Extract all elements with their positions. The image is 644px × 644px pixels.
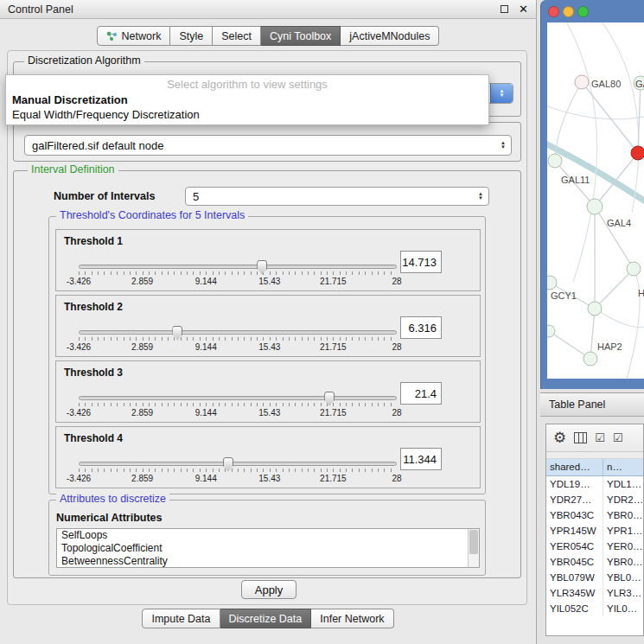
mac-zoom-icon[interactable] (577, 6, 589, 17)
network-edge[interactable] (564, 22, 597, 282)
network-node[interactable] (547, 276, 557, 290)
threshold-slider[interactable]: -3.426 2.859 9.144 15.43 21.715 28 (79, 330, 397, 353)
select-all-icon[interactable]: ☑ (595, 432, 605, 443)
table-cell[interactable]: YER054C (546, 539, 603, 554)
table-cell[interactable]: YPR1… (603, 523, 643, 539)
table-cell[interactable]: YBR0… (603, 554, 643, 570)
network-node-label: H (638, 288, 644, 298)
table-cell[interactable]: YPR145W (546, 523, 603, 539)
table-cell[interactable]: YDR27… (546, 492, 603, 507)
slider-track[interactable] (79, 462, 397, 466)
table-cell[interactable]: YDR2… (603, 492, 643, 507)
table-cell[interactable]: YBL079W (546, 570, 603, 585)
tab-discretize-data[interactable]: Discretize Data (220, 609, 312, 628)
tab-jactivemnodules[interactable]: jActiveMNodules (341, 26, 439, 46)
combo-stepper-icon[interactable]: ▲▼ (490, 84, 513, 103)
tab-cyni-toolbox[interactable]: Cyni Toolbox (261, 26, 341, 46)
tab-select[interactable]: Select (213, 26, 261, 46)
network-node[interactable] (587, 199, 603, 214)
list-scrollbar-thumb[interactable] (469, 530, 478, 554)
tab-impute-data[interactable]: Impute Data (142, 609, 220, 628)
algorithm-group-title: Discretization Algorithm (24, 54, 144, 67)
table-cell[interactable]: YER0… (603, 539, 643, 554)
table-cell[interactable]: YBR0… (603, 507, 643, 523)
num-intervals-label: Number of Intervals (54, 190, 155, 202)
dropdown-option-equal-width[interactable]: Equal Width/Frequency Discretization (6, 107, 488, 122)
columns-icon[interactable] (574, 432, 587, 443)
table-toolbar: ⚙ ☑ ☑ (546, 424, 643, 452)
network-node-selected[interactable] (631, 146, 644, 160)
network-edge[interactable] (595, 207, 634, 269)
tab-style[interactable]: Style (170, 26, 213, 46)
network-node-label: GAL4 (607, 218, 631, 228)
dropdown-option-manual[interactable]: Manual Discretization (6, 92, 488, 107)
table-cell[interactable]: YIL0… (603, 601, 643, 616)
network-edge[interactable] (595, 309, 644, 328)
combo-stepper-icon[interactable]: ▲▼ (475, 192, 488, 201)
table-cell[interactable]: YBR045C (546, 554, 603, 570)
select-none-icon[interactable]: ☑ (613, 432, 623, 443)
network-edge[interactable] (595, 153, 638, 207)
threshold-value-field[interactable]: 11.344 (400, 448, 442, 470)
tab-network[interactable]: Network (97, 26, 171, 46)
attribute-list-item[interactable]: BetweennessCentrality (57, 555, 479, 568)
table-panel-titlebar[interactable]: Table Panel (540, 392, 644, 417)
table-cell[interactable]: YDL1… (603, 476, 643, 492)
column-header-shared-name[interactable]: shared… (546, 459, 603, 475)
table-cell[interactable]: YIL052C (546, 601, 603, 616)
table-cell[interactable]: YLR3… (603, 585, 643, 601)
network-node[interactable] (627, 262, 641, 276)
table-data-combobox[interactable]: galFiltered.sif default node ▲▼ (24, 135, 512, 156)
apply-button[interactable]: Apply (241, 580, 296, 599)
combo-stepper-icon[interactable]: ▲▼ (497, 141, 511, 150)
network-node[interactable] (547, 325, 555, 337)
threshold-value-field[interactable]: 14.713 (400, 251, 442, 273)
num-intervals-combobox[interactable]: 5 ▲▼ (185, 187, 489, 206)
table-row[interactable]: YDR27…YDR2… (546, 492, 643, 507)
network-edge[interactable] (547, 142, 644, 204)
table-cell[interactable]: YDL19… (546, 476, 603, 492)
attribute-list-item[interactable]: SelfLoops (57, 529, 479, 542)
table-cell[interactable]: YBR043C (546, 507, 603, 523)
slider-track[interactable] (79, 396, 397, 400)
slider-track[interactable] (79, 330, 397, 335)
threshold-value-field[interactable]: 21.4 (400, 382, 442, 405)
float-window-icon[interactable] (501, 5, 508, 13)
close-icon[interactable]: ✕ (519, 3, 528, 16)
table-cell[interactable]: YLR345W (546, 585, 603, 601)
tab-infer-network[interactable]: Infer Network (311, 609, 393, 628)
network-canvas[interactable]: GAL80GAGAL11GAL4GCY1HHAP2 (547, 22, 644, 379)
threshold-slider[interactable]: -3.426 2.859 9.144 15.43 21.715 28 (79, 265, 397, 287)
column-header-name[interactable]: n… (603, 459, 643, 475)
table-row[interactable]: YBR043CYBR0… (546, 507, 643, 523)
threshold-value-field[interactable]: 6.316 (400, 316, 442, 339)
table-cell[interactable]: YBL0… (603, 570, 643, 585)
attributes-group-title: Attributes to discretize (56, 493, 169, 505)
table-row[interactable]: YPR145WYPR1… (546, 523, 643, 539)
table-row[interactable]: YBL079WYBL0… (546, 570, 643, 585)
gear-icon[interactable]: ⚙ (553, 430, 566, 445)
slider-tick-labels: -3.426 2.859 9.144 15.43 21.715 28 (79, 277, 397, 287)
network-node[interactable] (588, 302, 602, 316)
network-node[interactable] (583, 352, 597, 366)
network-node[interactable] (575, 75, 589, 89)
table-row[interactable]: YBR045CYBR0… (546, 554, 643, 570)
attributes-listbox[interactable]: SelfLoopsTopologicalCoefficientBetweenne… (56, 528, 480, 568)
list-scrollbar[interactable] (468, 529, 479, 567)
table-row[interactable]: YER054CYER0… (546, 539, 643, 554)
slider-track[interactable] (79, 265, 397, 269)
table-row[interactable]: YLR345WYLR3… (546, 585, 643, 601)
attribute-list-item[interactable]: TopologicalCoefficient (57, 542, 479, 555)
table-row[interactable]: YDL19…YDL1… (546, 476, 643, 492)
network-edge[interactable] (590, 309, 595, 359)
algorithm-dropdown-popup: Select algorithm to view settings Manual… (5, 74, 489, 125)
threshold-slider[interactable]: -3.426 2.859 9.144 15.43 21.715 28 (79, 396, 397, 418)
network-node[interactable] (548, 154, 562, 168)
mac-minimize-icon[interactable] (563, 6, 574, 17)
network-edge[interactable] (625, 269, 640, 379)
network-edge[interactable] (595, 269, 634, 309)
network-edge[interactable] (549, 331, 590, 359)
threshold-slider[interactable]: -3.426 2.859 9.144 15.43 21.715 28 (79, 462, 397, 484)
mac-close-icon[interactable] (548, 6, 559, 17)
table-row[interactable]: YIL052CYIL0… (546, 601, 643, 616)
